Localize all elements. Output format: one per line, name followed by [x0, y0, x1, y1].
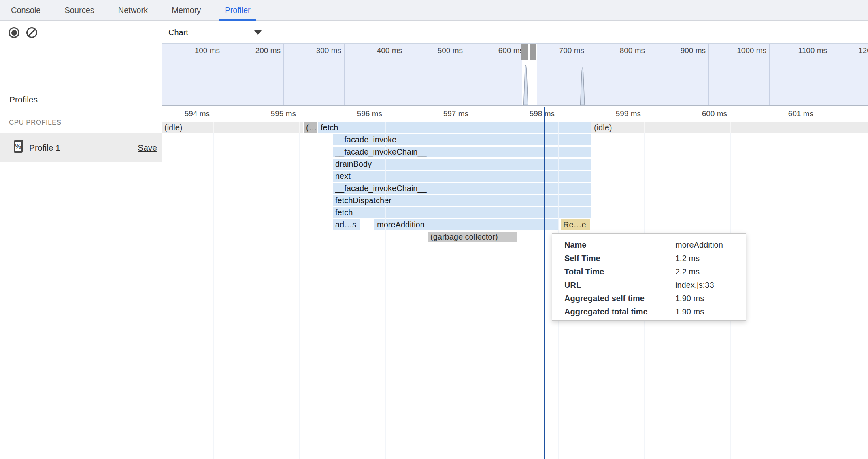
- overview-tick-label-100: 100 ms: [162, 46, 220, 55]
- overview-tick-label-900: 900 ms: [648, 46, 706, 55]
- tooltip-label: Name: [564, 238, 675, 252]
- tooltip-row: Self Time1.2 ms: [564, 252, 746, 265]
- tab-sources[interactable]: Sources: [59, 0, 99, 20]
- tooltip-value: index.js:33: [675, 278, 746, 292]
- flame-frame-ad-s[interactable]: ad…s: [333, 219, 360, 230]
- tooltip-row: Aggregated total time1.90 ms: [564, 305, 746, 319]
- record-profile-icon[interactable]: [9, 27, 19, 38]
- overview-tick-label-1100: 1100 ms: [769, 46, 827, 55]
- flame-frame--[interactable]: (…: [304, 122, 317, 133]
- ruler-tick-label-597: 597 ms: [385, 109, 468, 118]
- flame-frame-re-e[interactable]: Re…e: [561, 219, 590, 230]
- tooltip-label: Total Time: [564, 265, 675, 278]
- tab-network[interactable]: Network: [113, 0, 153, 20]
- profiler-toolbar: Chart: [0, 22, 868, 44]
- tooltip-row: Total Time2.2 ms: [564, 265, 746, 278]
- overview-tick-label-1000: 1000 ms: [708, 46, 766, 55]
- tooltip-label: Aggregated total time: [564, 305, 675, 319]
- gridline-overlay-595: [299, 122, 300, 459]
- activity-spike-692ms: [581, 68, 585, 105]
- gridline-overlay-597: [472, 122, 472, 459]
- tab-memory[interactable]: Memory: [166, 0, 206, 20]
- sidebar-divider: [162, 22, 162, 459]
- timeline-overview[interactable]: 100 ms200 ms300 ms400 ms500 ms600 ms700 …: [162, 44, 868, 106]
- flame-frame--facade-invokechain-[interactable]: __facade_invokeChain__: [333, 147, 591, 157]
- ruler-tick-label-598: 598 ms: [472, 109, 555, 118]
- flame-frame-fetch[interactable]: fetch: [333, 207, 591, 218]
- gridline-overlay-594: [213, 122, 214, 459]
- tooltip-label: URL: [564, 278, 675, 292]
- overview-tick-label-200: 200 ms: [223, 46, 281, 55]
- gridline-overlay-596: [385, 122, 386, 459]
- devtools-tab-bar: ConsoleSourcesNetworkMemoryProfiler: [0, 0, 868, 21]
- flame-frame--facade-invokechain-[interactable]: __facade_invokeChain__: [333, 183, 591, 194]
- overview-tick-label-800: 800 ms: [587, 46, 645, 55]
- overview-tick-label-1200: 1200 ms: [830, 46, 868, 55]
- sidebar-item-profile-1[interactable]: % Profile 1 Save: [0, 133, 162, 162]
- tooltip-value: 1.2 ms: [675, 252, 746, 265]
- tab-console[interactable]: Console: [6, 0, 46, 20]
- save-profile-link[interactable]: Save: [138, 133, 157, 162]
- flame-frame-fetchdispatcher[interactable]: fetchDispatcher: [333, 195, 591, 206]
- selection-handle-right[interactable]: [530, 44, 536, 60]
- frame-tooltip: NamemoreAdditionSelf Time1.2 msTotal Tim…: [552, 233, 746, 321]
- chart-view-select[interactable]: Chart: [168, 22, 262, 43]
- tab-profiler[interactable]: Profiler: [219, 0, 255, 20]
- timeline-playhead[interactable]: [544, 107, 545, 459]
- tooltip-label: Aggregated self time: [564, 292, 675, 305]
- ruler-tick-label-595: 595 ms: [213, 109, 296, 118]
- gridline-overlay-601: [817, 122, 817, 459]
- ruler-tick-label-600: 600 ms: [644, 109, 727, 118]
- tooltip-label: Self Time: [564, 252, 675, 265]
- ruler-tick-label-596: 596 ms: [299, 109, 382, 118]
- profile-document-icon: %: [14, 140, 23, 153]
- overview-tick-label-400: 400 ms: [344, 46, 402, 55]
- selection-handle-left[interactable]: [521, 44, 528, 60]
- ruler-tick-label-599: 599 ms: [558, 109, 641, 118]
- tooltip-value: 1.90 ms: [675, 292, 746, 305]
- profile-name: Profile 1: [29, 133, 60, 162]
- profiles-title: Profiles: [9, 95, 38, 104]
- chevron-down-icon: [254, 30, 262, 35]
- flame-frame--facade-invoke-[interactable]: __facade_invoke__: [333, 134, 591, 145]
- tooltip-row: Aggregated self time1.90 ms: [564, 292, 746, 305]
- web-inspector-profiler-panel: ConsoleSourcesNetworkMemoryProfiler Char…: [0, 0, 868, 459]
- overview-tick-label-500: 500 ms: [405, 46, 463, 55]
- chart-view-label: Chart: [168, 28, 188, 37]
- ruler-tick-label-594: 594 ms: [127, 109, 210, 118]
- profiles-sidebar: Profiles CPU PROFILES % Profile 1 Save: [0, 43, 162, 459]
- flame-frame--idle-[interactable]: (idle): [591, 122, 868, 133]
- flame-frame--idle-[interactable]: (idle): [162, 122, 303, 133]
- flame-frame-drainbody[interactable]: drainBody: [333, 159, 591, 170]
- tooltip-row: URLindex.js:33: [564, 278, 746, 292]
- tooltip-value: 1.90 ms: [675, 305, 746, 319]
- ruler-tick-label-601: 601 ms: [730, 109, 813, 118]
- overview-tick-label-600: 600 ms: [466, 46, 523, 55]
- overview-tick-label-300: 300 ms: [283, 46, 341, 55]
- tooltip-row: NamemoreAddition: [564, 238, 746, 252]
- cpu-profiles-section-header: CPU PROFILES: [9, 119, 62, 127]
- clear-profiles-icon[interactable]: [26, 27, 37, 38]
- tooltip-value: moreAddition: [675, 238, 746, 252]
- flame-frame--garbage-collector-[interactable]: (garbage collector): [428, 232, 517, 242]
- flame-frame-moreaddition[interactable]: moreAddition: [374, 219, 559, 230]
- tooltip-value: 2.2 ms: [675, 265, 746, 278]
- flame-frame-next[interactable]: next: [333, 171, 591, 182]
- flame-frame-fetch[interactable]: fetch: [318, 122, 591, 133]
